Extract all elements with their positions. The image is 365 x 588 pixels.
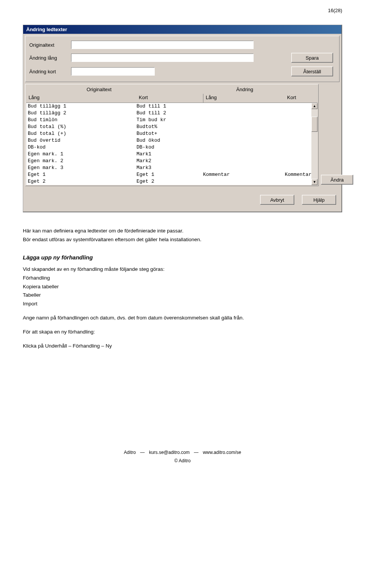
table-cell: Bud total (%) (26, 123, 136, 130)
table-cell: DB-kod (26, 144, 136, 151)
table-cell: DB-kod (136, 144, 203, 151)
table-cell (203, 137, 285, 144)
andring-lang-input[interactable] (71, 54, 254, 62)
table-cell (285, 164, 311, 171)
scroll-up-icon[interactable]: ▲ (311, 103, 317, 109)
field-panel: Originaltext Ändring lång Spara Ändring … (25, 36, 340, 82)
table-cell (285, 117, 311, 123)
table-cell: Egen mark. 2 (26, 158, 136, 164)
li-1: Förhandling (23, 275, 342, 282)
andring-kort-input[interactable] (71, 67, 155, 76)
grid-body[interactable]: Bud tillägg 1Bud till 1Bud tillägg 2Bud … (26, 103, 311, 185)
table-cell: Egen mark. 1 (26, 151, 136, 158)
para-1: Här kan man definiera egna ledtexter om … (23, 228, 342, 235)
table-cell: Bud total (+) (26, 130, 136, 137)
table-row[interactable]: DB-kodDB-kod (26, 144, 311, 151)
table-cell (203, 110, 285, 117)
table-cell: Mark1 (136, 151, 203, 158)
table-area: Originaltext Ändring Lång Kort Lång Kort… (25, 84, 340, 186)
table-cell (285, 110, 311, 117)
hjalp-button[interactable]: Hjälp (302, 195, 336, 205)
page-number: 16(28) (23, 8, 342, 13)
table-row[interactable]: Bud tillägg 1Bud till 1 (26, 103, 311, 110)
footer: Aditro — kurs.se@aditro.com — www.aditro… (23, 449, 342, 465)
originaltext-input[interactable] (71, 41, 254, 49)
aterstall-button[interactable]: Återställ (291, 66, 333, 76)
body-text: Här kan man definiera egna ledtexter om … (23, 228, 342, 350)
table-cell (203, 151, 285, 158)
table-cell (285, 103, 311, 110)
table-cell: Kommentar (203, 171, 285, 178)
table-row[interactable]: Bud timlönTim bud kr (26, 117, 311, 123)
dialog-titlebar: Ändring ledtexter (23, 25, 341, 34)
scroll-down-icon[interactable]: ▼ (311, 179, 317, 185)
andra-button[interactable]: Ändra (321, 175, 353, 185)
dialog-window: Ändring ledtexter Originaltext Ändring l… (23, 25, 342, 212)
header-kort-1: Kort (136, 94, 203, 103)
sub-headers: Lång Kort Lång Kort (26, 94, 317, 103)
table-cell: Eget 1 (136, 171, 203, 178)
table-cell: Bud tillägg 2 (26, 110, 136, 117)
side-button-column: Ändra (321, 84, 353, 186)
spara-button[interactable]: Spara (291, 53, 333, 63)
table-cell: Bud till 1 (136, 103, 203, 110)
table-row[interactable]: Bud tillägg 2Bud till 2 (26, 110, 311, 117)
header-lang-1: Lång (26, 94, 136, 103)
table-cell: Tim bud kr (136, 117, 203, 123)
table-cell: Bud timlön (26, 117, 136, 123)
para-2: Bör endast utföras av systemförvaltaren … (23, 236, 342, 243)
table-row[interactable]: Eget 1Eget 1KommentarKommentar (26, 171, 311, 178)
scroll-thumb[interactable] (311, 117, 317, 132)
footer-email: kurs.se@aditro.com (149, 450, 190, 455)
footer-company: Aditro (124, 450, 136, 455)
table-cell (285, 123, 311, 130)
table-cell: Eget 1 (26, 171, 136, 178)
table-row[interactable]: Eget 2Eget 2 (26, 178, 311, 185)
table-cell: Bud tillägg 1 (26, 103, 136, 110)
para-6: Klicka på Underhåll – Förhandling – Ny (23, 343, 342, 350)
li-4: Import (23, 300, 342, 308)
bottom-button-row: Avbryt Hjälp (23, 188, 341, 212)
header-originaltext: Originaltext (26, 85, 172, 94)
grid-wrap: Bud tillägg 1Bud till 1Bud tillägg 2Bud … (26, 103, 317, 185)
table-cell: Eget 2 (26, 178, 136, 185)
table-cell (285, 158, 311, 164)
table-cell (203, 164, 285, 171)
table-cell: Egen mark. 3 (26, 164, 136, 171)
header-lang-2: Lång (203, 94, 285, 103)
scrollbar[interactable]: ▲ ▼ (311, 103, 317, 185)
table-cell (203, 123, 285, 130)
footer-url: www.aditro.com/se (203, 450, 241, 455)
table-cell (203, 158, 285, 164)
table-cell: Bud ökod (136, 137, 203, 144)
para-3: Vid skapandet av en ny förhandling måste… (23, 266, 342, 273)
table-row[interactable]: Bud övertidBud ökod (26, 137, 311, 144)
li-2: Kopiera tabeller (23, 283, 342, 291)
table-cell (285, 178, 311, 185)
andring-kort-label: Ändring kort (29, 69, 71, 74)
table-cell (203, 178, 285, 185)
table-cell: Mark3 (136, 164, 203, 171)
table-cell: Budtot+ (136, 130, 203, 137)
footer-dash-1: — (140, 450, 145, 455)
table-cell: Budtot% (136, 123, 203, 130)
footer-dash-2: — (194, 450, 198, 455)
avbryt-button[interactable]: Avbryt (260, 195, 294, 205)
header-andring: Ändring (172, 85, 317, 94)
table-row[interactable]: Egen mark. 3Mark3 (26, 164, 311, 171)
table-cell (203, 144, 285, 151)
originaltext-label: Originaltext (29, 42, 71, 48)
header-kort-2: Kort (285, 94, 317, 103)
heading-lagga-upp: Lägga upp ny förhandling (23, 254, 342, 261)
table-row[interactable]: Egen mark. 2Mark2 (26, 158, 311, 164)
table-cell: Bud övertid (26, 137, 136, 144)
table-cell: Bud till 2 (136, 110, 203, 117)
table-row[interactable]: Bud total (+)Budtot+ (26, 130, 311, 137)
li-3: Tabeller (23, 292, 342, 299)
table-cell (203, 103, 285, 110)
table-row[interactable]: Bud total (%)Budtot% (26, 123, 311, 130)
scroll-track[interactable] (311, 109, 317, 179)
table-row[interactable]: Egen mark. 1Mark1 (26, 151, 311, 158)
para-4: Ange namn på förhandlingen och datum, dv… (23, 315, 342, 322)
table-cell (285, 151, 311, 158)
